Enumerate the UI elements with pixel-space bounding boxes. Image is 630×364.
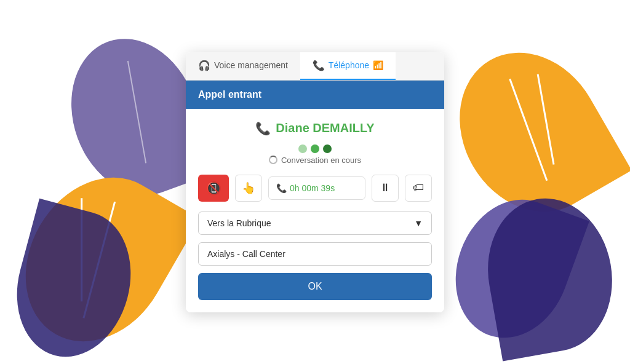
call-header-label: Appel entrant <box>198 89 261 100</box>
call-timer: 📞 0h 00m 39s <box>268 176 365 200</box>
leaf-orange-right <box>431 26 630 238</box>
leaf-purple-right <box>437 183 589 354</box>
status-dots <box>198 144 432 153</box>
tabs-bar: 🎧 Voice management 📞 Téléphone 📶 <box>186 52 444 81</box>
call-header: Appel entrant <box>186 81 444 109</box>
call-widget: 🎧 Voice management 📞 Téléphone 📶 Appel e… <box>186 52 444 312</box>
callcenter-input[interactable]: Axialys - Call Center <box>198 242 432 266</box>
transfer-button[interactable]: 👆 <box>235 175 262 202</box>
caller-name-text: Diane DEMAILLY <box>276 121 374 135</box>
leaf-darkblue-left <box>1 199 146 364</box>
controls-row: 📵 👆 📞 0h 00m 39s ⏸ 🏷 <box>198 175 432 202</box>
leaf-darkpurple-right <box>476 189 624 362</box>
status-label: Conversation en cours <box>281 156 361 165</box>
call-body: 📞 Diane DEMAILLY Conversation en cours 📵 <box>186 109 444 312</box>
tab-voice-management[interactable]: 🎧 Voice management <box>186 52 300 80</box>
hand-icon: 👆 <box>242 181 255 195</box>
dot-3 <box>323 144 332 153</box>
pause-icon: ⏸ <box>380 181 391 194</box>
tag-icon: 🏷 <box>413 181 424 194</box>
tab-telephone-label: Téléphone <box>329 60 369 70</box>
call-panel: Appel entrant 📞 Diane DEMAILLY Conversat… <box>186 81 444 312</box>
leaf-orange-left <box>0 151 200 364</box>
tab-telephone[interactable]: 📞 Téléphone 📶 <box>300 52 396 80</box>
dot-2 <box>311 144 319 153</box>
wifi-icon: 📶 <box>373 60 383 70</box>
headset-icon: 🎧 <box>198 60 210 71</box>
dropdown-value: Vers la Rubrique <box>207 218 271 228</box>
caller-name: 📞 Diane DEMAILLY <box>198 121 432 136</box>
hangup-icon: 📵 <box>206 181 221 196</box>
ok-label: OK <box>308 281 322 291</box>
pause-button[interactable]: ⏸ <box>372 175 399 202</box>
timer-phone-icon: 📞 <box>276 183 287 193</box>
tab-voice-management-label: Voice management <box>214 60 288 70</box>
caller-phone-icon: 📞 <box>255 121 271 136</box>
ok-button[interactable]: OK <box>198 273 432 300</box>
timer-value: 0h 00m 39s <box>290 183 335 193</box>
spinner-icon <box>269 156 277 164</box>
chevron-down-icon: ▼ <box>414 218 423 228</box>
tag-button[interactable]: 🏷 <box>405 175 432 202</box>
status-text: Conversation en cours <box>198 156 432 165</box>
input-value: Axialys - Call Center <box>207 249 285 259</box>
hangup-button[interactable]: 📵 <box>198 175 229 202</box>
dot-1 <box>298 144 307 153</box>
rubrique-dropdown[interactable]: Vers la Rubrique ▼ <box>198 212 432 235</box>
phone-tab-icon: 📞 <box>313 60 325 71</box>
